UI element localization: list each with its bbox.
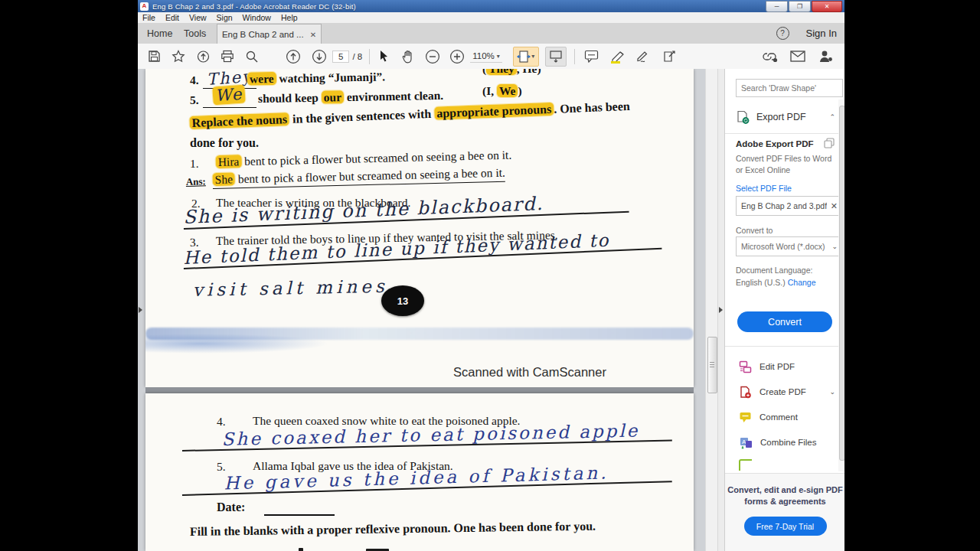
- previous-page-icon[interactable]: [283, 47, 303, 66]
- tab-bar: Home Tools Eng B Chap 2 and ... ✕ ? Sign…: [138, 23, 844, 44]
- item4-sentence: were watching “Jumanji”.: [247, 70, 385, 86]
- instruction-highlight-2: appropriate pronouns: [434, 103, 554, 120]
- document-language-label: Document Language:: [736, 265, 812, 276]
- hand-tool-icon[interactable]: [398, 47, 418, 66]
- item5-highlight-we: We: [212, 85, 246, 106]
- language-value: English (U.S.): [736, 278, 786, 287]
- collapse-chevron-icon[interactable]: ⌃: [829, 113, 835, 121]
- item5-opt-post: ): [518, 84, 521, 97]
- share-cloud-icon[interactable]: [193, 47, 213, 66]
- restore-button[interactable]: ❐: [789, 1, 811, 12]
- q5-number: 5.: [217, 460, 226, 474]
- remove-file-icon[interactable]: ✕: [831, 201, 838, 211]
- zoom-level-value: 110%: [472, 51, 495, 60]
- share-link-icon[interactable]: [760, 47, 780, 66]
- promo-line1: Convert, edit and e-sign PDF: [727, 485, 842, 494]
- acrobat-window: A Eng B Chap 2 and 3.pdf - Adobe Acrobat…: [138, 0, 844, 551]
- q3-handwritten-line2: visit salt mines.: [192, 276, 397, 300]
- item4-options: (They, He): [482, 69, 541, 76]
- export-description-line1: Convert PDF Files to Word: [736, 154, 831, 163]
- tool-combine-files[interactable]: A Combine Files: [739, 434, 835, 451]
- fill-sign-icon[interactable]: [634, 47, 654, 66]
- sign-in-button[interactable]: Sign In: [806, 28, 837, 39]
- tab-tools[interactable]: Tools: [176, 23, 214, 44]
- right-panel-expand-icon[interactable]: [719, 307, 723, 313]
- page-number-input[interactable]: 5: [332, 51, 349, 63]
- page-scrolling-icon[interactable]: [545, 47, 567, 67]
- zoom-level-control[interactable]: 110% ▾: [470, 50, 502, 63]
- export-description: Convert PDF Files to Wordor Excel Online: [736, 153, 831, 176]
- item4-rest: watching “Jumanji”.: [276, 70, 385, 84]
- create-pdf-icon: [739, 386, 752, 399]
- export-pdf-header[interactable]: Export PDF ⌃: [736, 109, 835, 126]
- instruction-replace-nouns: Replace the nouns in the given sentences…: [189, 99, 630, 130]
- document-scrollbar[interactable]: [705, 69, 718, 551]
- item5-sentence: should keep our environment clean.: [258, 89, 443, 106]
- help-icon[interactable]: ?: [776, 27, 789, 40]
- search-icon[interactable]: [242, 47, 262, 66]
- fit-width-caret-icon: ▾: [531, 53, 534, 60]
- menu-bar: File Edit View Sign Window Help: [138, 12, 844, 23]
- minimize-button[interactable]: ─: [766, 1, 788, 12]
- next-page-icon[interactable]: [309, 47, 329, 66]
- menu-sign[interactable]: Sign: [217, 13, 233, 22]
- screen: A Eng B Chap 2 and 3.pdf - Adobe Acrobat…: [0, 0, 980, 551]
- convert-button[interactable]: Convert: [737, 311, 832, 332]
- tool-edit-pdf[interactable]: Edit PDF: [739, 358, 835, 375]
- item4-opt-highlight: They: [486, 69, 517, 75]
- tab-close-icon[interactable]: ✕: [310, 31, 316, 39]
- select-tool-icon[interactable]: [374, 47, 394, 66]
- item5-options: (I, We): [482, 84, 522, 98]
- zoom-caret-icon: ▾: [497, 53, 500, 60]
- change-language-link[interactable]: Change: [788, 278, 816, 287]
- zoom-out-icon[interactable]: [423, 47, 443, 66]
- promo-box: Convert, edit and e-sign PDFforms & agre…: [725, 473, 844, 551]
- export-description-line2: or Excel Online: [736, 165, 790, 174]
- document-viewport[interactable]: 4. They were watching “Jumanji”. (They, …: [138, 69, 705, 551]
- pdf-page-1: 4. They were watching “Jumanji”. (They, …: [145, 69, 694, 387]
- sidebar-scrollbar-thumb[interactable]: [839, 106, 844, 461]
- share-with-people-icon[interactable]: [815, 47, 835, 66]
- more-tools-icon[interactable]: [660, 47, 680, 66]
- copy-pages-icon: [824, 138, 835, 148]
- zoom-in-icon[interactable]: [447, 47, 467, 66]
- tool-create-pdf[interactable]: Create PDF ⌄: [739, 383, 835, 400]
- highlighter-icon[interactable]: [608, 47, 628, 66]
- ans-sentence: She bent to pick a flower but screamed o…: [212, 166, 505, 189]
- search-input[interactable]: [736, 79, 843, 97]
- menu-view[interactable]: View: [189, 13, 207, 22]
- title-bar[interactable]: A Eng B Chap 2 and 3.pdf - Adobe Acrobat…: [138, 0, 844, 12]
- window-title: Eng B Chap 2 and 3.pdf - Adobe Acrobat R…: [152, 2, 356, 11]
- close-button[interactable]: ✕: [812, 1, 842, 12]
- free-trial-button[interactable]: Free 7-Day Trial: [744, 517, 827, 536]
- instruction-highlight-1: Replace the nouns: [189, 112, 289, 129]
- print-icon[interactable]: [217, 47, 237, 66]
- menu-file[interactable]: File: [142, 13, 155, 22]
- item5-pre: should keep: [258, 91, 322, 105]
- sidebar-scrollbar[interactable]: [838, 99, 844, 471]
- menu-help[interactable]: Help: [281, 13, 298, 22]
- selected-file-chip: Eng B Chap 2 and 3.pdf ✕: [736, 196, 843, 216]
- q1-rest: bent to pick a flower but screamed on se…: [241, 148, 511, 168]
- tab-home[interactable]: Home: [139, 23, 180, 44]
- tool-label: Comment: [760, 412, 798, 422]
- tool-comment[interactable]: Comment: [739, 409, 835, 425]
- star-icon[interactable]: [168, 47, 188, 66]
- tab-document[interactable]: Eng B Chap 2 and ... ✕: [217, 24, 322, 44]
- tool-label: Edit PDF: [760, 362, 795, 371]
- email-icon[interactable]: [788, 47, 808, 66]
- tools-sidebar: Export PDF ⌃ Adobe Export PDF Convert PD…: [724, 69, 844, 551]
- combine-files-icon: A: [739, 436, 753, 449]
- save-icon[interactable]: [144, 47, 164, 66]
- menu-edit[interactable]: Edit: [165, 13, 179, 22]
- create-pdf-chevron-icon[interactable]: ⌄: [829, 388, 835, 396]
- select-pdf-file-link[interactable]: Select PDF File: [736, 184, 792, 193]
- scrollbar-thumb[interactable]: [707, 337, 717, 393]
- left-panel-expand-icon[interactable]: [139, 307, 142, 313]
- format-dropdown[interactable]: Microsoft Word (*.docx) ⌄: [736, 236, 843, 256]
- scan-watercolor-band: [145, 328, 694, 340]
- comment-icon[interactable]: [582, 47, 602, 66]
- menu-window[interactable]: Window: [243, 13, 271, 22]
- fit-width-icon[interactable]: ▾: [513, 47, 539, 67]
- page-total-label: / 8: [352, 52, 362, 61]
